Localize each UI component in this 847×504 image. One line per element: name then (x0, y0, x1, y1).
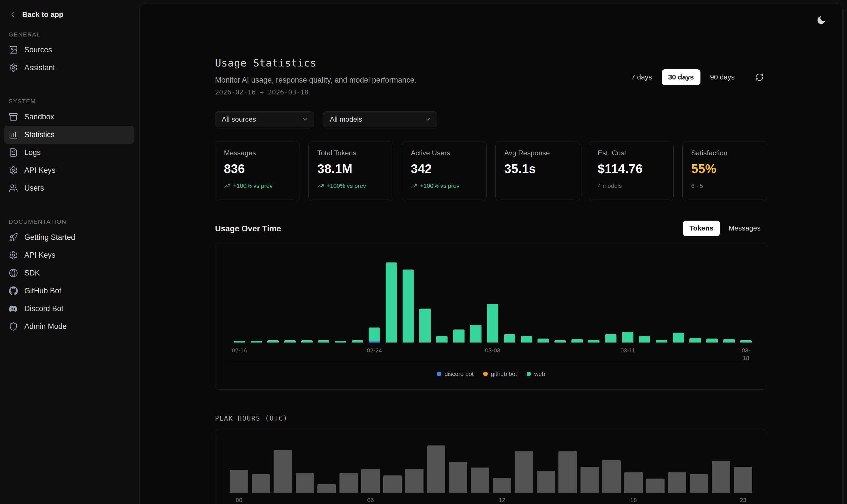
stat-label: Messages (224, 149, 291, 157)
stat-trend-label: +100% vs prev (326, 182, 366, 190)
usage-bar-segment-web (352, 340, 363, 342)
sources-select[interactable]: All sources (215, 111, 314, 127)
usage-bar-segment-web (572, 339, 583, 342)
stat-trend: +100% vs prev (318, 182, 384, 190)
sidebar-item-api-keys[interactable]: API Keys (4, 246, 134, 264)
stat-card-est-cost: Est. Cost$114.764 models (589, 141, 673, 201)
sidebar-item-label: Discord Bot (24, 304, 64, 314)
usage-bar (639, 336, 650, 342)
usage-bar-segment-web (453, 329, 465, 342)
sidebar-item-label: GitHub Bot (24, 286, 61, 296)
usage-bar-segment-web (487, 304, 498, 342)
users-icon (9, 183, 18, 193)
sidebar-item-sandbox[interactable]: Sandbox (4, 108, 134, 126)
sidebar-item-statistics[interactable]: Statistics (4, 126, 134, 144)
peak-hours-bar (668, 472, 687, 493)
usage-bar (572, 339, 583, 342)
usage-toggle-tokens[interactable]: Tokens (683, 221, 720, 236)
range-option-7-days[interactable]: 7 days (625, 69, 658, 85)
usage-bar-segment-web (234, 341, 245, 342)
sidebar-item-sources[interactable]: Sources (4, 41, 134, 59)
usage-bar-segment-web (723, 339, 735, 342)
usage-bar-segment-web (368, 327, 380, 341)
stat-value: 55% (691, 162, 758, 176)
usage-bar (588, 340, 599, 342)
sidebar-item-discord-bot[interactable]: Discord Bot (4, 300, 134, 318)
usage-bar-segment-web (335, 341, 346, 342)
models-select[interactable]: All models (323, 111, 437, 127)
theme-toggle-button[interactable] (812, 11, 831, 30)
sidebar-item-label: Assistant (24, 62, 55, 73)
sidebar-section-general: GENERAL (4, 31, 134, 38)
refresh-button[interactable] (752, 70, 767, 85)
usage-bar (673, 332, 684, 342)
usage-bar-segment-web (656, 340, 667, 342)
usage-bar (284, 340, 295, 342)
trending-up-icon (224, 183, 231, 189)
usage-bar-segment-web (267, 340, 279, 342)
usage-section-header: Usage Over Time TokensMessages (215, 221, 767, 236)
stat-label: Satisfaction (691, 149, 758, 157)
usage-toggle-messages[interactable]: Messages (722, 221, 767, 236)
back-to-app-button[interactable]: Back to app (4, 6, 134, 23)
sidebar-item-assistant[interactable]: Assistant (4, 59, 134, 77)
range-option-90-days[interactable]: 90 days (704, 69, 741, 85)
usage-bar (723, 339, 735, 342)
legend-label: web (534, 371, 545, 377)
sidebar: Back to app GENERALSourcesAssistantSYSTE… (0, 0, 139, 504)
peak-hours-bar (712, 461, 730, 493)
sidebar-item-label: API Keys (24, 250, 55, 260)
peak-hours-bar (734, 467, 752, 493)
sidebar-item-admin-mode[interactable]: Admin Mode (4, 318, 134, 336)
sidebar-item-label: Sources (24, 45, 52, 55)
sidebar-item-api-keys[interactable]: API Keys (4, 162, 134, 179)
usage-bar-segment-web (436, 336, 448, 342)
usage-bar-segment-web (470, 325, 481, 342)
trending-up-icon (411, 183, 417, 189)
peak-hours-x-tick: 18 (630, 497, 636, 504)
stat-card-satisfaction: Satisfaction55%6 · 5 (682, 141, 767, 201)
usage-bar (335, 341, 346, 342)
usage-bar (656, 340, 667, 342)
sidebar-item-logs[interactable]: Logs (4, 144, 134, 162)
peak-hours-bar (471, 468, 489, 493)
bar-chart-icon (9, 130, 18, 139)
peak-hours-bar (602, 460, 621, 493)
stats-row: Messages836+100% vs prevTotal Tokens38.1… (215, 141, 767, 201)
chevron-down-icon (424, 116, 431, 123)
usage-x-tick: 03-18 (739, 347, 753, 362)
usage-bar-segment-discord-bot (368, 341, 380, 342)
range-option-30-days[interactable]: 30 days (662, 69, 701, 85)
stat-trend-label: +100% vs prev (420, 182, 460, 190)
usage-x-tick: 02-16 (232, 347, 247, 354)
page-header: Usage Statistics Monitor AI usage, respo… (215, 55, 767, 96)
usage-bar (301, 340, 312, 342)
usage-over-time-title: Usage Over Time (215, 223, 281, 234)
sidebar-item-users[interactable]: Users (4, 179, 134, 197)
usage-chart-axis-line (225, 362, 757, 362)
date-range-toggle: 7 days30 days90 days (625, 69, 741, 85)
sidebar-item-getting-started[interactable]: Getting Started (4, 229, 134, 246)
page-header-text: Usage Statistics Monitor AI usage, respo… (215, 55, 416, 96)
peak-hours-bar (646, 479, 665, 493)
sources-select-value: All sources (222, 115, 256, 123)
peak-hours-bar (405, 469, 424, 493)
peak-hours-plot (230, 446, 752, 493)
date-range: 2026-02-16 → 2026-03-18 (215, 88, 416, 96)
usage-bar-segment-web (504, 334, 515, 342)
peak-hours-x-tick: 12 (499, 497, 505, 504)
usage-bar-segment-web (402, 270, 414, 342)
peak-hours-x-tick: 00 (236, 497, 242, 504)
sidebar-item-github-bot[interactable]: GitHub Bot (4, 282, 134, 300)
usage-bar-segment-web (419, 309, 431, 342)
content-container: Usage Statistics Monitor AI usage, respo… (215, 3, 767, 504)
filters-row: All sources All models (215, 111, 767, 127)
refresh-icon (755, 73, 764, 82)
github-icon (9, 286, 18, 295)
legend-item-github-bot: github bot (483, 371, 517, 377)
usage-bar-segment-web (740, 340, 751, 342)
stat-value: $114.76 (598, 162, 665, 176)
legend-dot (437, 372, 441, 376)
sidebar-item-sdk[interactable]: SDK (4, 264, 134, 282)
usage-bar (419, 309, 431, 342)
